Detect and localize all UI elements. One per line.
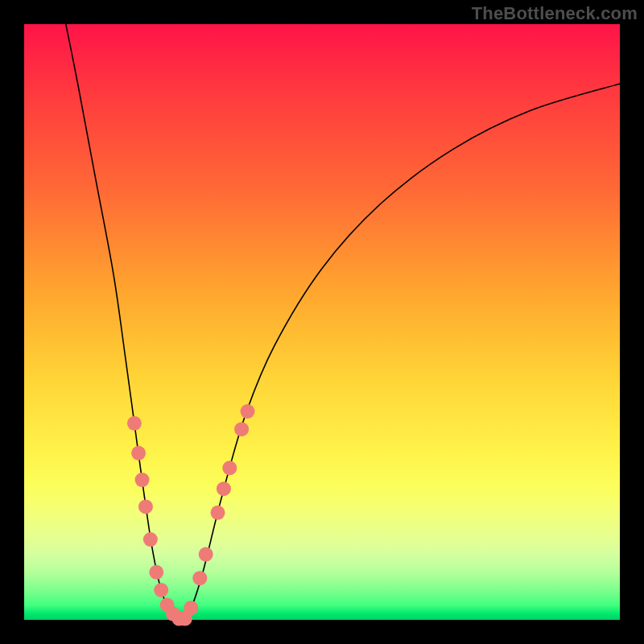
marker-group <box>127 404 255 626</box>
data-marker <box>217 481 231 496</box>
right-limb-curve <box>179 84 620 620</box>
chart-canvas: TheBottleneck.com <box>0 0 644 644</box>
data-marker <box>127 416 142 431</box>
data-marker <box>154 583 168 597</box>
data-marker <box>211 506 225 520</box>
chart-svg <box>24 24 620 620</box>
data-marker <box>143 532 158 547</box>
plot-area <box>24 24 620 620</box>
data-marker <box>135 473 150 487</box>
data-marker <box>192 571 207 585</box>
data-marker <box>131 446 146 460</box>
data-marker <box>241 404 255 419</box>
data-marker <box>199 547 213 562</box>
data-marker <box>234 422 249 436</box>
data-marker <box>222 460 237 475</box>
data-marker <box>149 565 163 580</box>
data-marker <box>138 499 153 514</box>
left-limb-curve <box>66 24 180 620</box>
watermark-text: TheBottleneck.com <box>472 3 638 24</box>
data-marker <box>184 601 198 615</box>
